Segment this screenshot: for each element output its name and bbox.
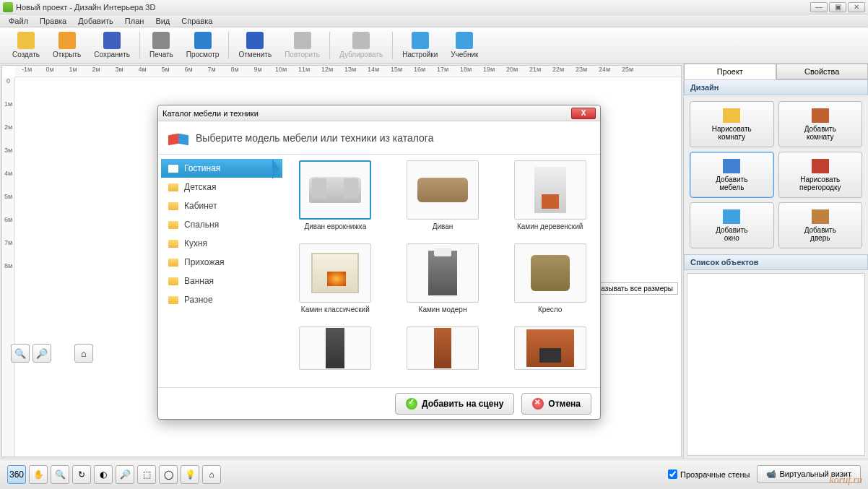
catalog-item[interactable] <box>397 326 489 370</box>
catalog-dialog: Каталог мебели и техники X Выберите моде… <box>157 105 601 420</box>
right-panel: Проект Свойства Дизайн Нарисоватькомнату… <box>683 64 868 459</box>
category-Спальня[interactable]: Спальня <box>161 215 282 234</box>
zoom-fit-button[interactable]: 🔎 <box>116 465 134 484</box>
folder-icon <box>168 165 178 173</box>
window-title: Новый проект - Дизайн Интерьера 3D <box>16 3 809 12</box>
toolbar: СоздатьОткрытьСохранитьПечатьПросмотрОтм… <box>0 27 868 64</box>
tutorial-button[interactable]: Учебник <box>445 30 484 60</box>
add-door-button[interactable]: Добавитьдверь <box>778 202 863 248</box>
maximize-button[interactable]: ▣ <box>829 2 846 12</box>
add-furniture-button[interactable]: Добавитьмебель <box>690 152 774 198</box>
lasso-button[interactable]: ◯ <box>159 465 178 484</box>
folder-icon <box>168 221 178 229</box>
home-view-button[interactable]: ⌂ <box>202 465 221 484</box>
settings-button[interactable]: Настройки <box>396 30 443 60</box>
pan-button[interactable]: ✋ <box>29 465 48 484</box>
minimize-button[interactable]: — <box>810 2 828 12</box>
home-button[interactable]: ⌂ <box>74 344 93 363</box>
category-Кабинет[interactable]: Кабинет <box>161 196 282 215</box>
duplicate-button[interactable]: Дублировать <box>334 30 389 60</box>
category-list: ГостинаяДетскаяКабинетСпальняКухняПрихож… <box>158 155 285 387</box>
category-Ванная[interactable]: Ванная <box>161 272 282 290</box>
catalog-icon <box>168 129 190 147</box>
close-button[interactable]: ✕ <box>848 2 865 12</box>
app-icon <box>3 2 13 12</box>
tab-project[interactable]: Проект <box>684 64 776 79</box>
orbit-button[interactable]: ◐ <box>94 465 113 484</box>
zoom-out-button[interactable]: 🔍 <box>11 344 30 363</box>
item-grid: Диван еврокнижкаДиванКамин деревенскийКа… <box>285 155 600 387</box>
catalog-item[interactable]: Камин модерн <box>397 243 489 313</box>
object-list[interactable] <box>687 273 865 456</box>
folder-icon <box>168 296 178 304</box>
menu-Файл[interactable]: Файл <box>3 17 34 25</box>
add-room-button[interactable]: Добавитькомнату <box>778 101 863 147</box>
folder-icon <box>168 183 178 191</box>
add-to-scene-button[interactable]: Добавить на сцену <box>395 393 514 415</box>
cancel-button[interactable]: Отмена <box>521 393 591 415</box>
bottombar: 360 ✋ 🔍 ↻ ◐ 🔎 ⬚ ◯ 💡 ⌂ Прозрачные стены 📹… <box>0 459 868 489</box>
catalog-item[interactable]: Диван еврокнижка <box>290 160 381 230</box>
preview-button[interactable]: Просмотр <box>181 30 225 60</box>
folder-icon <box>168 202 178 210</box>
folder-icon <box>168 259 178 267</box>
catalog-item[interactable]: Кресло <box>504 243 596 313</box>
category-Прихожая[interactable]: Прихожая <box>161 253 282 272</box>
transparent-walls-label: Прозрачные стены <box>680 470 750 479</box>
titlebar: Новый проект - Дизайн Интерьера 3D — ▣ ✕ <box>0 0 868 14</box>
folder-icon <box>168 277 178 285</box>
ruler-horizontal: -1м0м1м2м3м4м5м6м7м8м9м10м11м12м13м14м15… <box>15 66 681 77</box>
category-Детская[interactable]: Детская <box>161 178 282 196</box>
design-section-header: Дизайн <box>684 79 868 95</box>
tab-properties[interactable]: Свойства <box>776 64 869 79</box>
add-window-button[interactable]: Добавитьокно <box>690 202 774 248</box>
cancel-icon <box>532 398 544 410</box>
open-button[interactable]: Открыть <box>47 30 87 60</box>
menu-План[interactable]: План <box>119 17 150 25</box>
catalog-item[interactable]: Камин классический <box>290 243 381 313</box>
draw-room-button[interactable]: Нарисоватькомнату <box>690 101 774 147</box>
catalog-item[interactable]: Диван <box>397 160 489 230</box>
catalog-item[interactable] <box>290 326 381 370</box>
save-button[interactable]: Сохранить <box>88 30 136 60</box>
folder-icon <box>168 240 178 248</box>
check-icon <box>406 398 417 410</box>
menu-Вид[interactable]: Вид <box>149 17 175 25</box>
rotate-button[interactable]: ↻ <box>72 465 91 484</box>
menu-Правка[interactable]: Правка <box>34 17 72 25</box>
new-button[interactable]: Создать <box>6 30 45 60</box>
print-button[interactable]: Печать <box>144 30 179 60</box>
dialog-title: Каталог мебели и техники <box>162 109 259 118</box>
menubar: ФайлПравкаДобавитьПланВидСправка <box>0 14 868 27</box>
zoom-in-button[interactable]: 🔎 <box>32 344 51 363</box>
redo-button[interactable]: Повторить <box>279 30 326 60</box>
dialog-close-button[interactable]: X <box>571 108 596 119</box>
menu-Справка[interactable]: Справка <box>175 17 218 25</box>
catalog-item[interactable] <box>504 326 596 370</box>
objects-section-header: Список объектов <box>684 254 868 270</box>
category-Гостиная[interactable]: Гостиная <box>161 159 282 178</box>
select-button[interactable]: ⬚ <box>137 465 156 484</box>
view-360-button[interactable]: 360 <box>7 465 26 484</box>
undo-button[interactable]: Отменить <box>233 30 277 60</box>
light-button[interactable]: 💡 <box>181 465 199 484</box>
watermark: koruf.ru <box>830 475 863 486</box>
zoom-button[interactable]: 🔍 <box>51 465 69 484</box>
menu-Добавить[interactable]: Добавить <box>72 17 119 25</box>
category-Кухня[interactable]: Кухня <box>161 234 282 253</box>
category-Разное[interactable]: Разное <box>161 290 282 309</box>
catalog-item[interactable]: Камин деревенский <box>504 160 596 230</box>
dialog-header: Выберите модель мебели или техники из ка… <box>196 132 433 144</box>
draw-partition-button[interactable]: Нарисоватьперегородку <box>778 152 863 198</box>
ruler-vertical: 01м2м3м4м5м6м7м8м <box>2 77 15 456</box>
transparent-walls-checkbox[interactable] <box>668 469 677 479</box>
